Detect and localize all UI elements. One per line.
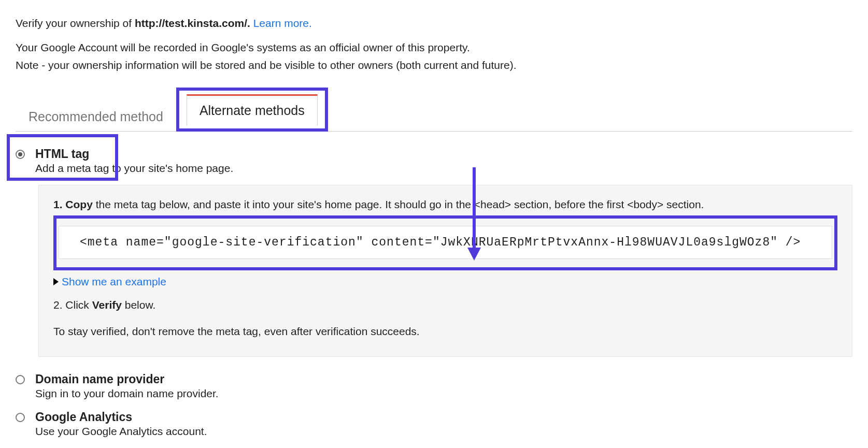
- tab-alternate[interactable]: Alternate methods: [187, 94, 318, 126]
- tabs: Recommended method Alternate methods: [16, 87, 852, 132]
- step2-bold: Verify: [92, 299, 122, 311]
- option-desc: Sign in to your domain name provider.: [35, 387, 219, 400]
- highlight-code-box: <meta name="google-site-verification" co…: [53, 215, 837, 270]
- step2-prefix: 2. Click: [53, 299, 92, 311]
- show-example-link[interactable]: Show me an example: [53, 276, 166, 288]
- highlight-alternate-tab: Alternate methods: [176, 88, 328, 132]
- option-title: Google Analytics: [35, 410, 207, 424]
- option-google-analytics[interactable]: Google Analytics Use your Google Analyti…: [16, 410, 852, 438]
- verify-prefix: Verify your ownership of: [16, 17, 135, 29]
- show-example-text: Show me an example: [62, 276, 166, 288]
- option-title: Domain name provider: [35, 372, 219, 386]
- step1-rest: the meta tag below, and paste it into yo…: [93, 198, 704, 210]
- step2-suffix: below.: [122, 299, 155, 311]
- option-domain-provider[interactable]: Domain name provider Sign in to your dom…: [16, 372, 852, 400]
- meta-tag-code[interactable]: <meta name="google-site-verification" co…: [59, 226, 832, 259]
- option-html-tag[interactable]: HTML tag Add a meta tag to your site's h…: [16, 147, 852, 175]
- learn-more-link[interactable]: Learn more.: [253, 17, 312, 29]
- options-list: HTML tag Add a meta tag to your site's h…: [16, 147, 852, 438]
- radio-html-tag[interactable]: [16, 150, 25, 159]
- step1-line: 1. Copy the meta tag below, and paste it…: [53, 197, 837, 212]
- step1-num: 1.: [53, 198, 63, 210]
- option-title: HTML tag: [35, 147, 233, 161]
- radio-domain-provider[interactable]: [16, 375, 25, 384]
- note-text: Note - your ownership information will b…: [16, 57, 852, 73]
- triangle-right-icon: [53, 278, 59, 285]
- stay-verified-text: To stay verified, don't remove the meta …: [53, 324, 837, 339]
- radio-google-analytics[interactable]: [16, 413, 25, 422]
- option-desc: Add a meta tag to your site's home page.: [35, 162, 233, 175]
- option-desc: Use your Google Analytics account.: [35, 425, 207, 438]
- html-tag-panel: 1. Copy the meta tag below, and paste it…: [38, 185, 852, 357]
- step2-line: 2. Click Verify below.: [53, 297, 837, 312]
- tab-recommended[interactable]: Recommended method: [16, 102, 176, 132]
- step1-bold: Copy: [65, 198, 93, 210]
- recorded-text: Your Google Account will be recorded in …: [16, 40, 852, 55]
- verify-url: http://test.kinsta.com/.: [135, 17, 250, 29]
- intro-block: Verify your ownership of http://test.kin…: [16, 16, 852, 73]
